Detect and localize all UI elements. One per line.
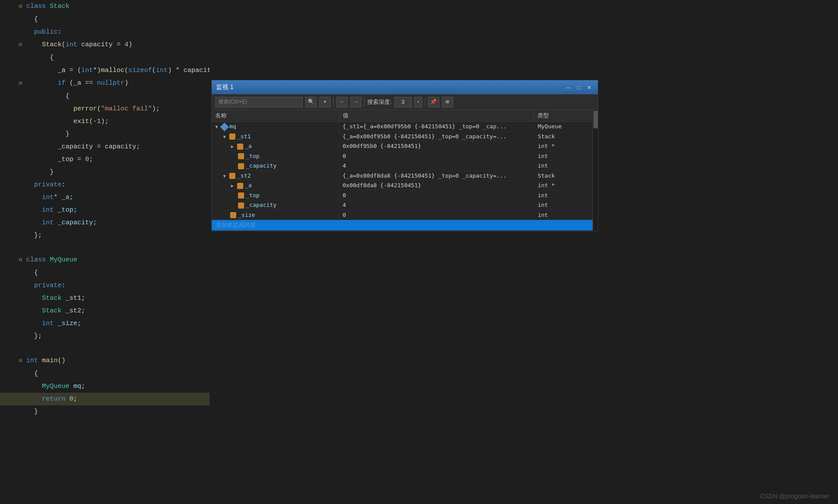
toolbar-separator-3 [425,98,425,106]
watch-table: 名称 值 类型 ▼ mq{_st1={_a=0x00df95b0 {-84215… [212,110,598,231]
variable-name: _top [246,153,259,159]
back-button[interactable]: ← [336,97,348,107]
variable-name: _a [245,143,252,149]
code-content: int _size; [40,318,210,329]
watch-name-cell: ▶ _a [212,181,339,191]
watch-type-cell: int [534,151,598,161]
code-content: public: [32,26,210,38]
maximize-button[interactable]: □ [574,83,583,92]
watch-scrollbar[interactable] [593,110,598,231]
variable-name: _capacity [246,202,276,208]
watch-value-cell: 4 [339,200,534,210]
watch-name-cell: ▼ mq [212,122,339,132]
watch-title: 监视 1 [216,83,564,91]
search-icon-btn[interactable]: 🔍 [305,97,317,107]
depth-dropdown[interactable]: ▾ [414,97,422,107]
watch-row[interactable]: _top0int [212,151,598,161]
watch-row[interactable]: _size0int [212,210,598,220]
watch-row[interactable]: ▼ _st1{_a=0x00df95b0 {-842150451} _top=0… [212,131,598,141]
tree-expand-icon[interactable]: ▼ [223,134,229,139]
code-content: }; [32,330,210,342]
code-content: private: [32,280,210,291]
code-content: { [48,52,210,64]
fold-button[interactable]: ⊟ [17,254,24,266]
fold-button[interactable]: ⊟ [17,355,24,367]
watch-name-cell: _top [212,190,339,200]
code-line: ⊟if (_a == nullptr) [0,77,210,90]
scrollbar-thumb[interactable] [593,111,598,128]
code-line: int _size; [0,317,210,330]
search-placeholder: 搜索(Ctrl+E) [218,98,247,106]
watch-type-cell: int [534,161,598,171]
watch-row[interactable]: 添加要监视的项 [212,220,598,231]
code-line: _top = 0; [0,153,210,166]
variable-name: _a [245,182,252,189]
code-line [0,242,210,254]
watch-type-cell: int * [534,181,598,191]
watch-titlebar: 监视 1 ─ □ ✕ [212,80,598,94]
code-content: { [64,90,210,102]
watch-row[interactable]: ▼ _st2{_a=0x00df8da8 {-842150451} _top=0… [212,171,598,181]
close-button[interactable]: ✕ [585,83,593,92]
watch-type-cell: Stack [534,131,598,141]
depth-input[interactable] [394,97,412,107]
watch-row[interactable]: _capacity4int [212,161,598,171]
search-box[interactable]: 搜索(Ctrl+E) [215,97,303,107]
watch-add-item[interactable]: 添加要监视的项 [212,220,598,231]
refresh-button[interactable]: ⊞ [442,97,453,107]
fold-button[interactable]: ⊟ [17,1,24,13]
watch-value-cell: 4 [339,161,534,171]
tree-expand-icon[interactable]: ▶ [231,144,237,149]
watch-value-cell: 0x00df95b0 {-842150451} [339,141,534,151]
code-line: } [0,166,210,178]
code-content: } [32,406,210,418]
watch-name-cell: _capacity [212,161,339,171]
code-line: public: [0,26,210,38]
code-content: if (_a == nullptr) [56,77,210,89]
code-line [0,343,210,354]
code-line: ⊟class MyQueue [0,254,210,267]
code-line: ⊟class Stack [0,0,210,13]
watch-type-cell: int [534,210,598,220]
code-content: class Stack [24,0,210,12]
code-content: Stack _st2; [40,305,210,317]
variable-name: _capacity [246,162,276,169]
code-content: private: [32,179,210,191]
watch-value-cell: 0 [339,190,534,200]
code-content: Stack(int capacity = 4) [40,39,210,51]
pin-button[interactable]: 📌 [428,97,439,107]
code-line: } [0,405,210,418]
watch-row[interactable]: ▶ _a0x00df95b0 {-842150451}int * [212,141,598,151]
code-content: } [64,128,210,140]
code-content: _capacity = capacity; [56,141,210,153]
minimize-button[interactable]: ─ [564,83,572,92]
watch-row[interactable]: _top0int [212,190,598,200]
variable-name: _st1 [237,133,251,140]
depth-label: 搜索深度: [367,98,392,106]
col-type: 类型 [534,110,598,122]
tree-expand-icon[interactable]: ▶ [231,183,237,188]
watch-name-cell: _size [212,210,339,220]
fold-button[interactable]: ⊟ [17,39,24,51]
variable-name: _st2 [237,172,251,179]
code-line: ⊟int main() [0,354,210,367]
fold-button[interactable]: ⊟ [17,78,24,89]
search-down-icon[interactable]: ▾ [319,97,331,107]
watch-row[interactable]: _capacity4int [212,200,598,210]
code-content: { [32,267,210,279]
code-line: }; [0,229,210,242]
watermark: CSDN @program-learner [760,493,829,500]
watch-name-cell: _top [212,151,339,161]
code-content: { [32,368,210,380]
variable-name: mq [229,123,236,130]
toolbar-separator-2 [364,98,365,106]
watch-row[interactable]: ▶ _a0x00df8da8 {-842150451}int * [212,181,598,191]
code-line: { [0,90,210,103]
watch-row[interactable]: ▼ mq{_st1={_a=0x00df95b0 {-842150451} _t… [212,122,598,132]
tree-expand-icon[interactable]: ▼ [223,174,229,178]
col-name: 名称 [212,110,339,122]
code-line: perror("malloc fail"); [0,103,210,115]
code-line: _a = (int*)malloc(sizeof(int) * capacity… [0,64,210,77]
forward-button[interactable]: → [350,97,362,107]
col-value: 值 [339,110,534,122]
